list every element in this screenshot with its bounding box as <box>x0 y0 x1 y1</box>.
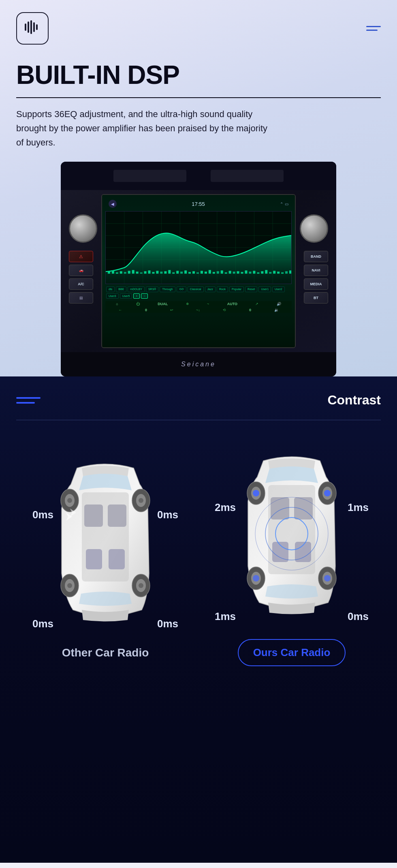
svg-rect-4 <box>36 24 38 30</box>
svg-rect-66 <box>84 505 103 527</box>
top-section: BUILT-IN DSP Supports 36EQ adjustment, a… <box>0 0 397 376</box>
hero-description: Supports 36EQ adjustment, and the ultra-… <box>16 107 267 150</box>
svg-point-78 <box>67 498 72 503</box>
eq-btn-srs[interactable]: SRS® <box>146 286 159 292</box>
eq-btn-classical[interactable]: Classical <box>188 286 204 292</box>
svg-rect-41 <box>196 273 199 274</box>
screen-topbar: ◀ 17:55 ⌃ ▭ <box>105 198 292 210</box>
logo-icon <box>24 19 41 38</box>
eq-chart <box>105 211 292 284</box>
svg-rect-48 <box>225 273 227 274</box>
svg-point-79 <box>139 498 143 503</box>
svg-point-81 <box>139 583 143 588</box>
hamburger-menu-button[interactable] <box>366 26 381 31</box>
ac-button[interactable]: A/C <box>69 278 93 290</box>
eq-btn-reset[interactable]: Reset <box>245 286 257 292</box>
car-settings-button[interactable]: 🚗 <box>69 265 93 276</box>
other-car-timing-top-right: 0ms <box>157 509 178 521</box>
svg-rect-33 <box>164 272 166 274</box>
svg-rect-57 <box>261 272 263 274</box>
svg-rect-69 <box>109 549 125 569</box>
warning-button[interactable]: ⚠ <box>69 251 93 262</box>
svg-rect-34 <box>168 270 171 274</box>
svg-rect-62 <box>281 273 284 274</box>
eq-btn-user3[interactable]: User3 <box>106 293 119 299</box>
screen-status-icons: ⌃ ▭ <box>280 202 288 206</box>
eq-btn-through[interactable]: Through <box>160 286 175 292</box>
screen-chevron-icon: ⌃ <box>280 202 283 206</box>
display-button[interactable]: ▤ <box>69 292 93 304</box>
contrast-line-2 <box>16 402 35 404</box>
dsp-screen: ◀ 17:55 ⌃ ▭ <box>101 194 296 348</box>
eq-btn-dolby[interactable]: mDOLBY <box>128 286 145 292</box>
media-button[interactable]: MEDIA <box>304 278 328 290</box>
svg-rect-32 <box>160 272 162 274</box>
svg-rect-49 <box>229 271 231 274</box>
svg-rect-47 <box>221 271 223 274</box>
navi-button[interactable]: NAVI <box>304 265 328 276</box>
svg-rect-25 <box>132 270 134 274</box>
other-car-timing-bot-left: 0ms <box>32 618 53 630</box>
svg-rect-63 <box>285 272 288 274</box>
svg-rect-21 <box>116 273 118 274</box>
contrast-title: Contrast <box>327 393 381 408</box>
band-button[interactable]: BAND <box>304 251 328 262</box>
eq-btn-popular[interactable]: Popular <box>229 286 244 292</box>
eq-btn-bbd[interactable]: BBE <box>116 286 126 292</box>
svg-rect-46 <box>217 272 219 274</box>
bt-button[interactable]: BT <box>304 292 328 304</box>
svg-rect-26 <box>136 272 139 274</box>
side-buttons-right: BAND NAVI MEDIA BT <box>304 251 328 304</box>
svg-rect-29 <box>148 271 151 274</box>
car-unit-wrapper: ◀ 17:55 ⌃ ▭ <box>61 162 336 376</box>
svg-rect-52 <box>241 272 243 274</box>
bottom-section: Contrast 0ms 0ms 0ms 0ms <box>0 376 397 863</box>
right-knob[interactable] <box>300 214 328 243</box>
screen-back-btn[interactable]: ◀ <box>109 200 117 208</box>
svg-rect-30 <box>152 272 155 274</box>
svg-rect-61 <box>277 272 280 274</box>
brand-name: Seicane <box>181 361 216 368</box>
svg-rect-22 <box>120 272 122 274</box>
svg-rect-19 <box>108 272 110 274</box>
eq-btn-extra[interactable]: ⟲⟳ <box>177 286 186 292</box>
eq-btn-user2[interactable]: User2 <box>272 286 285 292</box>
eq-btn-dts[interactable]: dts <box>106 286 115 292</box>
our-car-timing-top-left: 2ms <box>215 501 236 514</box>
other-car-top-view: 0ms 0ms 0ms 0ms <box>41 452 170 638</box>
svg-point-98 <box>253 490 259 496</box>
svg-point-101 <box>324 575 331 582</box>
band-label: BAND <box>311 254 321 259</box>
our-car-radio-button[interactable]: Ours Car Radio <box>238 639 346 666</box>
other-car-panel: 0ms 0ms 0ms 0ms <box>16 452 194 659</box>
eq-btn-jazz[interactable]: Jazz <box>205 286 216 292</box>
our-car-timing-bot-left: 1ms <box>215 610 236 623</box>
svg-rect-38 <box>184 271 187 274</box>
svg-rect-60 <box>273 271 275 274</box>
svg-rect-43 <box>205 272 207 274</box>
svg-rect-42 <box>201 271 203 274</box>
svg-rect-50 <box>233 272 235 274</box>
eq-btn-user1[interactable]: User1 <box>258 286 271 292</box>
navi-label: NAVI <box>312 268 320 272</box>
svg-rect-45 <box>213 272 215 274</box>
header-bar <box>16 12 381 45</box>
svg-rect-83 <box>271 497 289 520</box>
left-knob[interactable] <box>69 214 97 243</box>
svg-rect-20 <box>112 271 114 274</box>
svg-rect-67 <box>108 505 126 527</box>
contrast-divider <box>16 420 381 420</box>
eq-btn-minus[interactable]: − <box>141 293 147 299</box>
media-label: MEDIA <box>310 282 322 286</box>
eq-btn-rock[interactable]: Rock <box>217 286 228 292</box>
our-car-panel: 2ms 1ms 1ms 0ms <box>203 445 381 666</box>
eq-btn-user5[interactable]: User5 <box>120 293 132 299</box>
hamburger-line-2 <box>366 30 378 31</box>
vent-group-left <box>113 170 186 182</box>
contrast-header: Contrast <box>16 393 381 408</box>
svg-point-100 <box>253 575 259 582</box>
eq-btn-plus[interactable]: + <box>133 293 140 299</box>
contrast-icon-lines <box>16 397 41 404</box>
other-car-label: Other Car Radio <box>62 646 149 659</box>
svg-rect-28 <box>144 272 147 274</box>
